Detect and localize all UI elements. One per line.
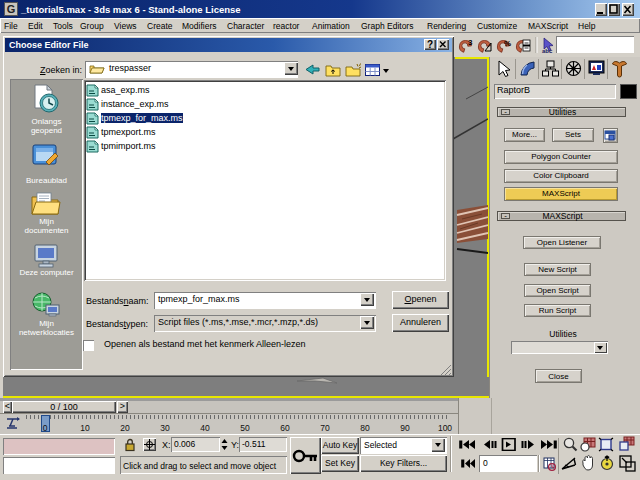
svg-text:abc: abc xyxy=(542,48,553,54)
svg-text:%: % xyxy=(504,39,511,48)
svg-text:3: 3 xyxy=(468,38,473,47)
